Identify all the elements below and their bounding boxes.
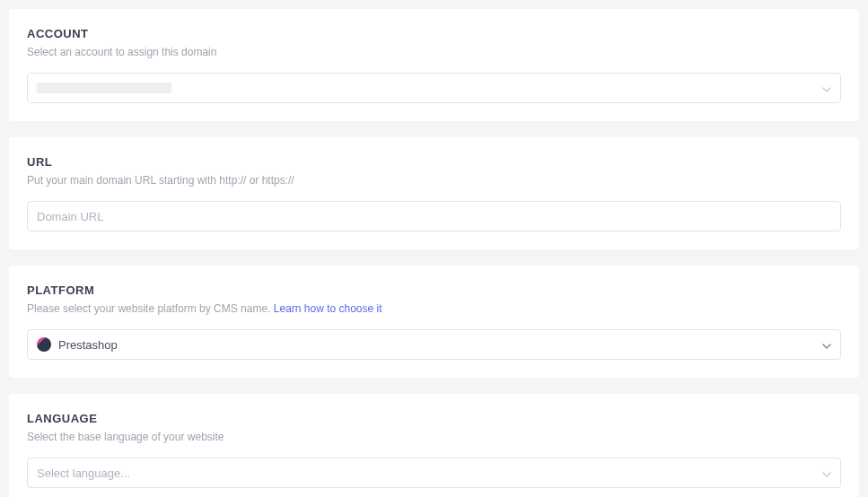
learn-how-link[interactable]: Learn how to choose it — [274, 302, 382, 315]
platform-section: PLATFORM Please select your website plat… — [9, 266, 859, 378]
language-select-value-wrap: Select language... — [37, 466, 130, 480]
account-select[interactable] — [27, 73, 841, 103]
account-title: ACCOUNT — [27, 27, 841, 40]
prestashop-icon — [37, 337, 51, 352]
url-title: URL — [27, 155, 841, 169]
chevron-down-icon — [822, 80, 831, 96]
url-section: URL Put your main domain URL starting wi… — [9, 137, 859, 249]
account-select-value — [37, 83, 171, 93]
platform-title: PLATFORM — [27, 283, 841, 297]
account-desc: Select an account to assign this domain — [27, 46, 841, 58]
platform-select[interactable]: Prestashop — [27, 329, 841, 360]
url-desc: Put your main domain URL starting with h… — [27, 174, 841, 187]
platform-select-value: Prestashop — [58, 338, 118, 352]
language-section: LANGUAGE Select the base language of you… — [9, 394, 859, 497]
platform-desc: Please select your website platform by C… — [27, 302, 841, 315]
platform-select-value-wrap: Prestashop — [37, 337, 118, 352]
chevron-down-icon — [822, 336, 831, 353]
account-section: ACCOUNT Select an account to assign this… — [9, 9, 859, 121]
language-title: LANGUAGE — [27, 412, 841, 425]
language-desc: Select the base language of your website — [27, 431, 841, 443]
redacted-account-value — [37, 83, 171, 93]
domain-url-input[interactable] — [27, 201, 841, 231]
chevron-down-icon — [822, 465, 831, 481]
language-select[interactable]: Select language... — [27, 458, 841, 488]
platform-desc-text: Please select your website platform by C… — [27, 302, 274, 315]
language-select-placeholder: Select language... — [37, 466, 130, 480]
